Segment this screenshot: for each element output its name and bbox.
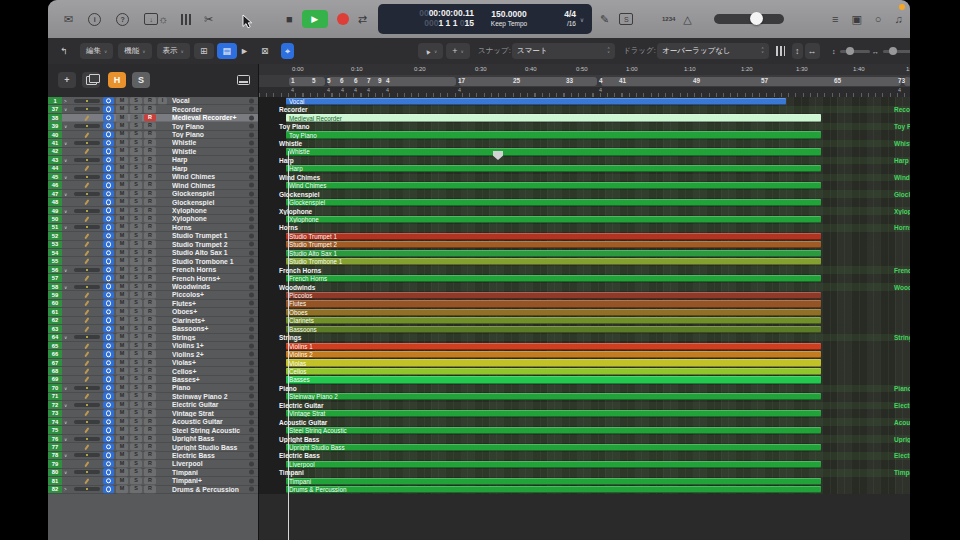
track-row[interactable]: 55MSRStudio Trombone 1 (48, 257, 258, 265)
playhead-line[interactable] (288, 151, 289, 540)
region[interactable]: French Horns (286, 275, 821, 282)
record-button[interactable]: R (144, 426, 156, 433)
vertical-zoom-button[interactable]: ↕ (792, 43, 803, 59)
power-button[interactable] (103, 435, 114, 442)
horizontal-zoom-button[interactable]: ↔ (805, 43, 820, 59)
record-button[interactable]: R (144, 190, 156, 197)
track-row[interactable]: 54MSRStudio Alto Sax 1 (48, 249, 258, 257)
track-name[interactable]: Medieval Recorder+ (172, 114, 246, 121)
track-name[interactable]: Violins 2+ (172, 350, 246, 357)
power-button[interactable] (103, 258, 114, 265)
track-row[interactable]: 66MSRViolins 2+ (48, 350, 258, 358)
record-button[interactable]: R (144, 384, 156, 391)
play-button[interactable]: ▶ (302, 10, 328, 28)
track-name[interactable]: Violins 1+ (172, 342, 246, 349)
power-button[interactable] (103, 376, 114, 383)
track-row[interactable]: 71MSRSteinway Piano 2 (48, 393, 258, 401)
track-row[interactable]: 48MSRGlockenspiel (48, 198, 258, 206)
track-name[interactable]: Wind Chimes (172, 181, 246, 188)
mute-button[interactable]: M (116, 334, 128, 341)
track-row[interactable]: 59MSRPiccolos+ (48, 291, 258, 299)
duplicate-track-button[interactable] (82, 72, 100, 88)
record-button[interactable]: R (144, 350, 156, 357)
region[interactable]: Medieval Recorder (286, 114, 821, 121)
disclosure-chevron-icon[interactable]: ∨ (64, 470, 67, 475)
mute-button[interactable]: M (116, 350, 128, 357)
record-button[interactable] (337, 13, 349, 25)
power-button[interactable] (103, 469, 114, 476)
track-name[interactable]: Liverpool (172, 460, 246, 467)
track-name[interactable]: Vintage Strat (172, 410, 246, 417)
mute-button[interactable]: M (116, 300, 128, 307)
mute-button[interactable]: M (116, 283, 128, 290)
track-name[interactable]: Bassoons+ (172, 325, 246, 332)
solo-button[interactable]: S (130, 122, 142, 129)
disclosure-chevron-icon[interactable]: ∨ (64, 436, 67, 441)
track-name[interactable]: Xylophone (172, 215, 246, 222)
menu-button-機能[interactable]: 機能∨ (118, 43, 151, 59)
track-row[interactable]: 41∨MSRWhistle (48, 139, 258, 147)
solo-button[interactable]: S (130, 367, 142, 374)
automation-button[interactable]: ► (240, 43, 249, 59)
solo-button[interactable]: S (130, 232, 142, 239)
track-row[interactable]: 37∨MSRRecorder (48, 105, 258, 113)
solo-button[interactable]: S (130, 241, 142, 248)
mute-button[interactable]: M (116, 122, 128, 129)
dimmer-icon[interactable]: ☼ (158, 14, 168, 25)
master-volume-slider[interactable] (714, 14, 784, 24)
input-monitor-button[interactable]: I (158, 97, 167, 104)
record-button[interactable]: R (144, 181, 156, 188)
solo-button[interactable]: S (130, 300, 142, 307)
mute-button[interactable]: M (116, 181, 128, 188)
stack-summary-region[interactable] (286, 224, 910, 231)
track-row[interactable]: 81MSRTimpani+ (48, 477, 258, 485)
track-name[interactable]: Wind Chimes (172, 173, 246, 180)
track-name[interactable]: Steel String Acoustic (172, 426, 246, 433)
slider-knob[interactable] (889, 47, 897, 55)
mute-button[interactable]: M (116, 418, 128, 425)
track-name[interactable]: French Horns+ (172, 274, 246, 281)
record-button[interactable]: R (144, 148, 156, 155)
power-button[interactable] (103, 460, 114, 467)
stack-summary-region[interactable] (286, 123, 910, 130)
disclosure-chevron-icon[interactable]: ∨ (64, 419, 67, 424)
track-row[interactable]: 60MSRFlutes+ (48, 300, 258, 308)
power-button[interactable] (103, 190, 114, 197)
mute-button[interactable]: M (116, 452, 128, 459)
power-button[interactable] (103, 334, 114, 341)
ruler[interactable]: 0:000:100:200:300:400:501:001:101:201:30… (259, 64, 910, 98)
disclosure-chevron-icon[interactable]: ∨ (64, 225, 67, 230)
track-name[interactable]: Studio Trombone 1 (172, 257, 246, 264)
scissors-icon[interactable]: ✂ (204, 14, 213, 25)
mute-button[interactable]: M (116, 317, 128, 324)
mute-button[interactable]: M (116, 190, 128, 197)
catch-playhead-button[interactable]: ⌖ (281, 43, 294, 59)
record-button[interactable]: R (144, 477, 156, 484)
track-row[interactable]: 73MSRVintage Strat (48, 410, 258, 418)
record-button[interactable]: R (144, 410, 156, 417)
solo-button[interactable]: S (130, 443, 142, 450)
solo-button[interactable]: S (130, 477, 142, 484)
mute-button[interactable]: M (116, 410, 128, 417)
region[interactable]: Glockenspiel (286, 199, 821, 206)
track-row[interactable]: 46MSRWind Chimes (48, 181, 258, 189)
power-button[interactable] (103, 156, 114, 163)
track-row[interactable]: 58∨MSRWoodwinds (48, 283, 258, 291)
inbox-icon[interactable]: ✉ (64, 14, 73, 25)
power-button[interactable] (103, 477, 114, 484)
track-name[interactable]: Cellos+ (172, 367, 246, 374)
vertical-zoom-slider[interactable]: ↕ (832, 43, 870, 59)
disclosure-chevron-icon[interactable]: ∨ (64, 174, 67, 179)
mute-button[interactable]: M (116, 148, 128, 155)
solo-button[interactable]: S (130, 207, 142, 214)
track-name[interactable]: Electric Guitar (172, 401, 246, 408)
power-button[interactable] (103, 452, 114, 459)
mute-button[interactable]: M (116, 376, 128, 383)
solo-button[interactable]: S (130, 418, 142, 425)
record-button[interactable]: R (144, 435, 156, 442)
record-button[interactable]: R (144, 207, 156, 214)
record-button[interactable]: R (144, 266, 156, 273)
power-button[interactable] (103, 181, 114, 188)
track-row[interactable]: 68MSRCellos+ (48, 367, 258, 375)
solo-button[interactable]: S (130, 156, 142, 163)
